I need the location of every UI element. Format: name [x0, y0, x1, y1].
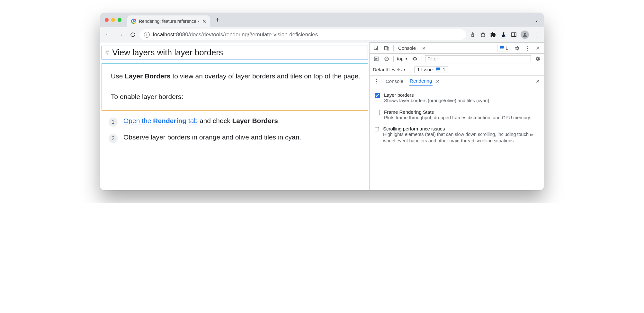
chrome-menu-icon[interactable]: ⋮: [532, 31, 539, 38]
content-area: # View layers with layer borders Use Lay…: [100, 42, 544, 190]
live-expression-eye-icon[interactable]: [411, 55, 418, 62]
page-heading: # View layers with layer borders: [102, 46, 368, 59]
drawer-menu-icon[interactable]: ⋮: [373, 78, 380, 85]
site-info-icon[interactable]: i: [144, 32, 150, 38]
console-filter-input[interactable]: Filter: [425, 55, 531, 62]
inspect-element-icon[interactable]: [373, 45, 380, 52]
omnibox[interactable]: i localhost:8080/docs/devtools/rendering…: [139, 29, 466, 40]
option-frame-stats: Frame Rendering Stats Plots frame throug…: [373, 107, 541, 124]
forward-button[interactable]: →: [115, 29, 126, 40]
drawer-tab-close-icon[interactable]: ✕: [436, 79, 440, 84]
chrome-favicon-icon: [131, 19, 136, 24]
maximize-window-button[interactable]: [118, 18, 121, 22]
heading-text: View layers with layer borders: [112, 48, 223, 58]
url-text: localhost:8080/docs/devtools/rendering/#…: [153, 31, 318, 38]
labs-flask-icon[interactable]: [500, 31, 507, 38]
console-filter-bar: top▼ Filter: [370, 54, 544, 64]
minimize-window-button[interactable]: [111, 18, 115, 22]
ordered-steps: 1 Open the Rendering tab and check Layer…: [102, 114, 368, 146]
step-number: 1: [109, 118, 118, 127]
step-number: 2: [109, 134, 118, 143]
console-settings-gear-icon[interactable]: [534, 55, 541, 62]
devtools-close-icon[interactable]: ✕: [534, 45, 541, 52]
devtools-toolbar: Console » 1 ⋮ ✕: [370, 43, 544, 54]
issues-badge[interactable]: 1: [497, 45, 510, 51]
log-levels-selector[interactable]: Default levels ▼: [373, 67, 406, 72]
issues-pill[interactable]: 1 Issue: 1: [414, 66, 448, 73]
share-icon[interactable]: [469, 31, 476, 38]
paragraph-block: Use Layer Borders to view an overlay of …: [102, 63, 368, 111]
browser-tab[interactable]: Rendering: feature reference - ✕: [127, 15, 210, 27]
reload-button[interactable]: [127, 29, 138, 40]
extensions-puzzle-icon[interactable]: [490, 31, 497, 38]
drawer-tab-strip: ⋮ Console Rendering ✕ ✕: [370, 76, 544, 87]
clear-console-icon[interactable]: [383, 55, 390, 62]
console-levels-bar: Default levels ▼ 1 Issue: 1: [370, 64, 544, 76]
close-tab-button[interactable]: ✕: [202, 19, 207, 24]
new-tab-button[interactable]: +: [213, 15, 222, 25]
devtools-menu-icon[interactable]: ⋮: [524, 45, 531, 52]
svg-line-9: [385, 58, 388, 60]
checkbox-scroll-perf[interactable]: [375, 127, 379, 132]
step-item: 2 Observe layer borders in orange and ol…: [102, 130, 368, 146]
profile-avatar[interactable]: [521, 31, 529, 39]
drawer-close-icon[interactable]: ✕: [534, 78, 541, 85]
window-controls: [105, 18, 121, 22]
heading-anchor-hash[interactable]: #: [105, 49, 109, 56]
svg-rect-1: [512, 33, 516, 37]
svg-point-3: [524, 33, 526, 35]
toolbar: ← → i localhost:8080/docs/devtools/rende…: [100, 27, 544, 42]
context-selector[interactable]: top▼: [397, 56, 408, 61]
rendering-tab-link[interactable]: Open the Rendering tab: [123, 117, 198, 124]
drawer-tab-rendering[interactable]: Rendering: [409, 76, 433, 86]
back-button[interactable]: ←: [103, 29, 114, 40]
close-window-button[interactable]: [105, 18, 109, 22]
option-scroll-perf: Scrolling performance issues Highlights …: [373, 123, 541, 147]
checkbox-frame-stats[interactable]: [375, 110, 380, 115]
device-toolbar-icon[interactable]: [383, 45, 390, 52]
drawer-tab-console[interactable]: Console: [385, 76, 404, 86]
svg-point-0: [504, 36, 505, 37]
devtools-tab-console[interactable]: Console: [397, 45, 417, 51]
rendering-options: Layer borders Shows layer borders (orang…: [370, 87, 544, 150]
page-viewport: # View layers with layer borders Use Lay…: [100, 42, 370, 190]
tab-title: Rendering: feature reference -: [139, 19, 199, 24]
devtools-settings-gear-icon[interactable]: [514, 45, 521, 52]
option-layer-borders: Layer borders Shows layer borders (orang…: [373, 90, 541, 107]
tab-list-chevron-icon[interactable]: ⌄: [532, 15, 541, 25]
devtools-panel: Console » 1 ⋮ ✕: [370, 42, 544, 190]
browser-window: Rendering: feature reference - ✕ + ⌄ ← →…: [100, 13, 544, 190]
step-item: 1 Open the Rendering tab and check Layer…: [102, 114, 368, 130]
bookmark-star-icon[interactable]: [479, 31, 487, 38]
tab-strip: Rendering: feature reference - ✕ + ⌄: [100, 13, 544, 27]
more-tabs-chevron-icon[interactable]: »: [420, 45, 427, 52]
execution-play-icon[interactable]: [373, 55, 380, 62]
side-panel-icon[interactable]: [510, 31, 517, 38]
toolbar-actions: ⋮: [467, 31, 541, 39]
checkbox-layer-borders[interactable]: [375, 93, 380, 98]
